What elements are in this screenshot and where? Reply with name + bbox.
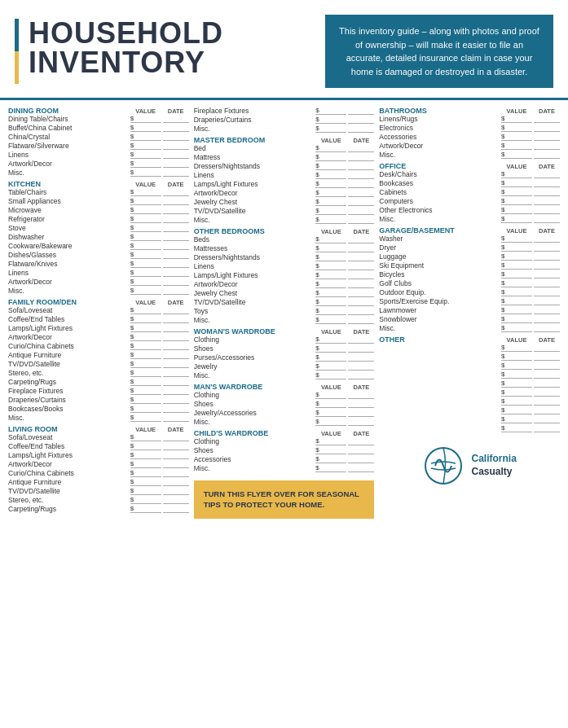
section-master-bedroom: MASTER BEDROOM VALUE DATE Bed Mattress D…	[194, 136, 375, 224]
logo-text: California Casualty	[472, 453, 517, 478]
list-item: Linens	[8, 269, 189, 277]
list-item: Misc.	[194, 464, 375, 472]
list-item: Bookcases	[379, 179, 560, 187]
list-item	[379, 424, 560, 432]
list-item: Draperies/Curtains	[8, 396, 189, 404]
garage-title: GARAGE/BASEMENT	[379, 226, 501, 235]
section-dining-room: DINING ROOM VALUE DATE Dining Table/Chai…	[8, 107, 189, 177]
bathrooms-title: BATHROOMS	[379, 107, 501, 115]
list-item: Clothing	[194, 391, 375, 399]
list-item: Purses/Accessories	[194, 353, 375, 362]
list-item: Misc.	[194, 216, 375, 224]
list-item: Artwork/Decor	[8, 160, 189, 168]
list-item: China/Crystal	[8, 133, 189, 141]
list-item: Golf Clubs	[379, 279, 560, 287]
list-item: Outdoor Equip.	[379, 288, 560, 296]
list-item: Bed	[194, 144, 375, 152]
header-description: This inventory guide – along with photos…	[325, 15, 553, 88]
list-item: Misc.	[194, 316, 375, 324]
list-item: Artwork/Decor	[379, 142, 560, 150]
list-item: Clothing	[194, 437, 375, 445]
section-other: OTHER VALUE DATE	[379, 335, 560, 432]
list-item: Artwork/Decor	[8, 460, 189, 468]
footer-tip-box: TURN THIS FLYER OVER FOR SEASONAL TIPS T…	[194, 480, 375, 519]
list-item: Stove	[8, 224, 189, 232]
list-item	[379, 353, 560, 361]
list-item: Coffee/End Tables	[8, 442, 189, 450]
section-living-room: LIVING ROOM VALUE DATE Sofa/Loveseat Cof…	[8, 425, 189, 513]
family-room-title: FAMILY ROOM/DEN	[8, 298, 130, 306]
list-item: Artwork/Decor	[194, 280, 375, 288]
list-item: Cookware/Bakeware	[8, 242, 189, 250]
list-item: Lamps/Light Fixtures	[194, 180, 375, 188]
section-office: OFFICE VALUE DATE Desk/Chairs Bookcases …	[379, 162, 560, 223]
list-item: Curio/China Cabinets	[8, 469, 189, 477]
list-item: Snowblower	[379, 315, 560, 323]
list-item: Bicycles	[379, 270, 560, 278]
title-line2: INVENTORY	[29, 48, 223, 77]
list-item: Sofa/Loveseat	[8, 433, 189, 441]
office-title: OFFICE	[379, 162, 501, 170]
list-item	[379, 397, 560, 406]
logo-icon	[423, 445, 464, 486]
list-item: Curio/China Cabinets	[8, 342, 189, 350]
list-item: Misc.	[379, 215, 560, 223]
logo-area: California Casualty	[379, 445, 560, 486]
list-item	[379, 344, 560, 352]
list-item: TV/DVD/Satellite	[194, 298, 375, 306]
list-item: Flatware/Knives	[8, 260, 189, 268]
footer-tip-text: TURN THIS FLYER OVER FOR SEASONAL TIPS T…	[204, 489, 359, 509]
list-item: Jewelry	[194, 362, 375, 371]
list-item: Dining Table/Chairs	[8, 115, 189, 123]
list-item: Linens	[194, 262, 375, 270]
list-item: Misc.	[379, 151, 560, 159]
list-item: Artwork/Decor	[8, 333, 189, 341]
list-item: Dishwasher	[8, 233, 189, 241]
section-bathrooms: BATHROOMS VALUE DATE Linens/Rugs Electro…	[379, 107, 560, 159]
list-item: Misc.	[194, 371, 375, 379]
list-item: Dishes/Glasses	[8, 251, 189, 259]
list-item: Luggage	[379, 252, 560, 261]
section-mans-wardrobe: MAN'S WARDROBE VALUE DATE Clothing Shoes…	[194, 383, 375, 426]
column-2: Fireplace Fixtures Draperies/Curtains Mi…	[194, 107, 375, 519]
living-room-header: LIVING ROOM VALUE DATE	[8, 425, 189, 433]
list-item: Misc.	[379, 324, 560, 332]
list-item: Flatware/Silverware	[8, 142, 189, 150]
list-item: Toys	[194, 307, 375, 315]
header: HOUSEHOLD INVENTORY This inventory guide…	[0, 0, 568, 100]
list-item: Computers	[379, 197, 560, 205]
list-item: Misc.	[8, 287, 189, 295]
list-item: Shoes	[194, 446, 375, 454]
womans-wardrobe-header: WOMAN'S WARDROBE VALUE DATE	[194, 327, 375, 335]
list-item: Buffet/China Cabinet	[8, 124, 189, 132]
list-item: Jewelry Chest	[194, 198, 375, 206]
dining-room-col-headers: VALUE DATE	[130, 107, 189, 115]
list-item: Refrigerator	[8, 215, 189, 223]
section-other-bedrooms: OTHER BEDROOMS VALUE DATE Beds Mattresse…	[194, 227, 375, 324]
section-continuation: Fireplace Fixtures Draperies/Curtains Mi…	[194, 107, 375, 133]
dining-room-header: DINING ROOM VALUE DATE	[8, 107, 189, 115]
list-item: Ski Equipment	[379, 261, 560, 270]
list-item: Misc.	[194, 125, 375, 133]
list-item: Antique Furniture	[8, 351, 189, 359]
list-item: Stereo, etc.	[8, 496, 189, 504]
office-header: OFFICE VALUE DATE	[379, 162, 560, 170]
list-item: Shoes	[194, 344, 375, 353]
section-childs-wardrobe: CHILD'S WARDROBE VALUE DATE Clothing Sho…	[194, 429, 375, 472]
list-item: Fireplace Fixtures	[8, 387, 189, 395]
list-item: Carpeting/Rugs	[8, 505, 189, 513]
list-item: Stereo, etc.	[8, 369, 189, 377]
header-accent-bar	[15, 19, 19, 84]
list-item: Clothing	[194, 335, 375, 344]
list-item	[379, 406, 560, 414]
section-garage-basement: GARAGE/BASEMENT VALUE DATE Washer Dryer …	[379, 226, 560, 332]
section-womans-wardrobe: WOMAN'S WARDROBE VALUE DATE Clothing Sho…	[194, 327, 375, 379]
header-left: HOUSEHOLD INVENTORY	[15, 19, 223, 84]
list-item: Accessories	[379, 133, 560, 141]
list-item: Misc.	[8, 169, 189, 177]
list-item	[379, 415, 560, 423]
section-family-room: FAMILY ROOM/DEN VALUE DATE Sofa/Loveseat…	[8, 298, 189, 422]
list-item: Washer	[379, 235, 560, 243]
other-bedrooms-header: OTHER BEDROOMS VALUE DATE	[194, 227, 375, 235]
kitchen-col-headers: VALUE DATE	[130, 181, 189, 188]
